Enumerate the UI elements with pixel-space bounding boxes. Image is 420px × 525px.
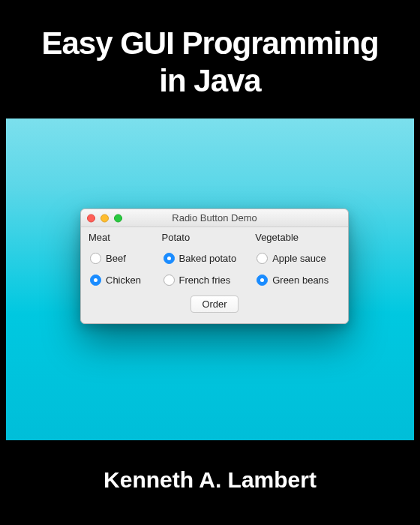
window-controls xyxy=(87,214,122,222)
radio-icon xyxy=(90,253,101,264)
author-band: Kenneth A. Lambert xyxy=(6,440,414,519)
radio-label: Apple sauce xyxy=(272,253,326,264)
column-vegetable: Vegetable Apple sauce Green beans xyxy=(255,230,340,291)
minimize-icon[interactable] xyxy=(100,214,109,222)
column-meat: Meat Beef Chicken xyxy=(88,230,162,291)
author-name: Kenneth A. Lambert xyxy=(104,467,316,493)
column-header: Vegetable xyxy=(255,230,340,248)
radio-label: Beef xyxy=(106,253,126,264)
title-band: Easy GUI Programming in Java xyxy=(6,6,414,118)
radio-option-beef[interactable]: Beef xyxy=(88,248,162,269)
window-title: Radio Button Demo xyxy=(172,212,256,224)
column-header: Meat xyxy=(88,230,162,248)
book-title-line2: in Java xyxy=(159,63,260,99)
demo-window: Radio Button Demo Meat Beef Chicken Pota… xyxy=(80,208,349,324)
radio-icon xyxy=(256,274,268,286)
radio-icon xyxy=(256,253,268,264)
column-potato: Potato Baked potato French fries xyxy=(162,230,256,291)
close-icon[interactable] xyxy=(87,214,95,222)
radio-label: Baked potato xyxy=(179,253,237,264)
radio-option-chicken[interactable]: Chicken xyxy=(88,269,162,291)
button-row: Order xyxy=(88,296,340,313)
order-button[interactable]: Order xyxy=(190,296,238,313)
radio-columns: Meat Beef Chicken Potato Baked potato xyxy=(88,230,340,291)
column-header: Potato xyxy=(162,230,256,248)
book-title-line1: Easy GUI Programming xyxy=(41,26,378,62)
zoom-icon[interactable] xyxy=(114,214,122,222)
radio-icon xyxy=(90,274,101,286)
radio-label: French fries xyxy=(179,274,231,286)
window-body: Meat Beef Chicken Potato Baked potato xyxy=(81,227,348,323)
radio-option-apple-sauce[interactable]: Apple sauce xyxy=(255,248,340,269)
radio-icon xyxy=(164,253,175,264)
radio-option-green-beans[interactable]: Green beans xyxy=(255,269,340,291)
radio-option-french-fries[interactable]: French fries xyxy=(162,269,256,291)
radio-option-baked-potato[interactable]: Baked potato xyxy=(162,248,256,269)
radio-icon xyxy=(164,274,175,286)
radio-label: Green beans xyxy=(272,274,328,286)
window-titlebar: Radio Button Demo xyxy=(81,209,348,227)
radio-label: Chicken xyxy=(106,274,141,286)
